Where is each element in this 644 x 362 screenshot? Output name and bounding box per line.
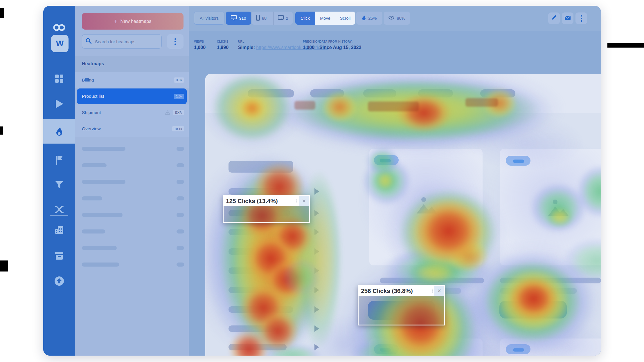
heatmap-canvas[interactable]: 125 Clicks (13.4%) × 256 Clicks (36.8%) …: [205, 74, 601, 356]
building-icon[interactable]: [43, 225, 75, 236]
edit-icon: [551, 15, 557, 21]
device-mobile-button[interactable]: 88: [252, 12, 271, 25]
heat-blob: [396, 93, 451, 133]
tooltip-value: 256 Clicks (36.8%): [359, 287, 430, 294]
search-icon: [86, 38, 91, 45]
new-heatmaps-label: New heatmaps: [120, 19, 151, 24]
skeleton-row: [75, 141, 189, 157]
letterbox-artifact: [0, 260, 8, 272]
count-badge: EXP.: [173, 110, 184, 115]
mode-move-button[interactable]: Move: [315, 12, 335, 25]
play-icon[interactable]: [43, 99, 75, 109]
skeleton-row: [75, 207, 189, 223]
mobile-icon: [256, 15, 260, 21]
stat-clicks: CLICKS1,990: [217, 40, 229, 50]
count-badge: 3.0k: [174, 77, 184, 83]
funnel-icon[interactable]: [43, 180, 75, 190]
tooltip-header[interactable]: 256 Clicks (36.8%) ×: [359, 286, 444, 296]
search-box: [82, 34, 162, 49]
device-tablet-button[interactable]: 2: [273, 12, 293, 25]
tooltip-value: 125 Clicks (13.4%): [224, 198, 295, 204]
sidebar-more-button[interactable]: [167, 34, 184, 49]
skeleton-row: [75, 174, 189, 190]
icon-rail: W: [43, 6, 75, 356]
heatmap-list-skeleton: [75, 141, 189, 273]
heat-blob: [414, 200, 483, 262]
letterbox-artifact: [0, 126, 3, 135]
click-tooltip[interactable]: 125 Clicks (13.4%) ×: [223, 195, 310, 223]
letterbox-artifact: [607, 43, 644, 48]
mode-click-button[interactable]: Click: [295, 12, 315, 25]
warning-icon: [165, 110, 170, 115]
skeleton-row: [75, 223, 189, 240]
heatmap-list-item[interactable]: ShipmentEXP.: [75, 104, 189, 121]
paths-icon[interactable]: [43, 204, 75, 215]
sidebar-section-header: Heatmaps: [75, 56, 189, 72]
rail-divider: [50, 215, 68, 216]
infinity-logo: [43, 20, 75, 35]
tooltip-more-icon[interactable]: [295, 199, 299, 204]
workspace-avatar[interactable]: W: [51, 35, 69, 52]
stat-views: VIEWS1,000: [194, 40, 206, 50]
plus-icon: +: [114, 18, 118, 24]
mode-scroll-button[interactable]: Scroll: [335, 12, 355, 25]
tooltip-header[interactable]: 125 Clicks (13.4%) ×: [224, 196, 309, 206]
heat-intensity-button[interactable]: 25%: [356, 12, 382, 25]
count-badge: 1.0k: [174, 94, 184, 99]
count-badge: 10.1k: [172, 126, 184, 131]
flame-icon[interactable]: [43, 125, 75, 137]
email-button[interactable]: [562, 12, 573, 24]
new-heatmaps-button[interactable]: + New heatmaps: [82, 13, 184, 30]
stat-precision: PRECISION1,000: [303, 40, 320, 50]
stats-band: VIEWS1,000 CLICKS1,990 URL Simple: https…: [189, 31, 601, 356]
stat-history: DATA FROM HISTORY:Since Aug 15, 2022: [319, 40, 361, 50]
all-visitors-button[interactable]: All visitors: [194, 12, 224, 25]
tooltip-close-icon[interactable]: ×: [434, 286, 444, 296]
heat-blob: [374, 169, 397, 192]
heat-blob: [510, 278, 557, 319]
skeleton-row: [75, 190, 189, 207]
heatmap-item-label: Shipment: [82, 110, 165, 115]
skeleton-row: [75, 240, 189, 256]
heat-blob: [322, 91, 358, 123]
tooltip-more-icon[interactable]: [430, 289, 435, 294]
heatmaps-sidebar: + New heatmaps Heatmaps Billing3.0kProdu…: [75, 6, 189, 356]
email-icon: [565, 16, 571, 21]
main-area: VIEWS1,000 CLICKS1,990 URL Simple: https…: [189, 6, 601, 356]
heatmap-item-label: Billing: [82, 77, 174, 83]
device-group: 88 2: [252, 12, 293, 25]
heat-blob: [294, 101, 315, 110]
tooltip-close-icon[interactable]: ×: [299, 196, 309, 206]
heat-blob: [546, 206, 574, 228]
skeleton-row: [75, 157, 189, 174]
app-window: W +: [43, 6, 601, 356]
device-desktop-button[interactable]: 910: [226, 12, 251, 25]
tablet-icon: [278, 15, 284, 21]
heatmap-item-label: Product list: [82, 94, 174, 99]
heat-blob: [368, 102, 419, 111]
heatmap-list-item[interactable]: Product list1.0k: [75, 88, 189, 104]
toolbar: All visitors 910 88 2 Click Move Scroll: [189, 6, 601, 31]
heatmap-list: Billing3.0kProduct list1.0kShipmentEXP.O…: [75, 72, 189, 137]
desktop-icon: [231, 15, 237, 21]
edit-button[interactable]: [548, 12, 560, 24]
heat-blob: [237, 95, 267, 122]
dashboard-grid-icon[interactable]: [43, 73, 75, 84]
workspace-initial: W: [56, 39, 64, 48]
skeleton-row: [75, 256, 189, 273]
heat-blob: [465, 98, 498, 107]
heatmap-item-label: Overview: [82, 126, 172, 131]
heatmap-list-item[interactable]: Overview10.1k: [75, 121, 189, 137]
tooltip-target-region: [224, 206, 309, 222]
arrow-up-circle-icon[interactable]: [43, 275, 75, 287]
search-input[interactable]: [94, 39, 158, 44]
archive-icon[interactable]: [43, 250, 75, 261]
click-tooltip[interactable]: 256 Clicks (36.8%) ×: [358, 285, 445, 325]
heat-blob: [283, 258, 320, 296]
element-opacity-button[interactable]: 80%: [384, 12, 410, 25]
more-button[interactable]: [575, 12, 587, 24]
flag-icon[interactable]: [43, 155, 75, 166]
heatmap-list-item[interactable]: Billing3.0k: [75, 72, 189, 88]
screenshot-root: { "rail": { "workspace_initial": "W", "i…: [0, 0, 644, 362]
letterbox-artifact: [0, 8, 4, 18]
